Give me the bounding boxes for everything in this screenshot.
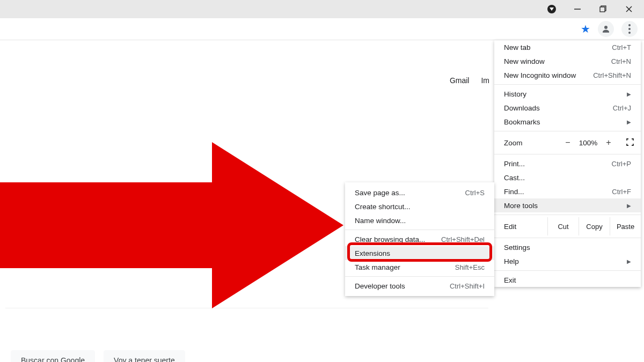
chevron-right-icon: ▶ (627, 258, 631, 264)
chrome-main-menu: New tabCtrl+T New windowCtrl+N New Incog… (494, 40, 641, 287)
menu-settings[interactable]: Settings (494, 240, 641, 254)
copy-button[interactable]: Copy (579, 217, 610, 235)
paste-button[interactable]: Paste (610, 217, 641, 235)
chrome-menu-button[interactable] (621, 21, 638, 37)
maximize-button[interactable] (598, 4, 609, 14)
profile-button[interactable] (598, 21, 614, 37)
close-button[interactable] (624, 4, 634, 14)
menu-history[interactable]: History▶ (494, 87, 641, 101)
submenu-extensions[interactable]: Extensions (345, 246, 494, 260)
menu-help[interactable]: Help▶ (494, 254, 641, 268)
menu-cast[interactable]: Cast... (494, 171, 641, 184)
menu-bookmarks[interactable]: Bookmarks▶ (494, 115, 641, 129)
minimize-button[interactable] (572, 4, 583, 14)
bookmark-star-icon[interactable]: ★ (581, 23, 590, 35)
google-search-button[interactable]: Buscar con Google (11, 350, 95, 362)
menu-more-tools[interactable]: More tools▶ (494, 198, 641, 212)
svg-point-5 (604, 26, 608, 29)
menu-downloads[interactable]: DownloadsCtrl+J (494, 101, 641, 115)
header-links: Gmail Im (450, 76, 489, 85)
browser-toolbar: ★ (0, 18, 644, 40)
zoom-out-button[interactable]: − (560, 138, 575, 147)
menu-print[interactable]: Print...Ctrl+P (494, 157, 641, 171)
cut-button[interactable]: Cut (547, 217, 579, 235)
menu-exit[interactable]: Exit (494, 273, 641, 287)
submenu-name-window[interactable]: Name window... (345, 213, 494, 227)
submenu-developer-tools[interactable]: Developer toolsCtrl+Shift+I (345, 279, 494, 293)
chevron-right-icon: ▶ (627, 203, 631, 209)
menu-new-tab[interactable]: New tabCtrl+T (494, 40, 641, 54)
more-tools-submenu: Save page as...Ctrl+S Create shortcut...… (345, 182, 494, 296)
images-link[interactable]: Im (481, 76, 489, 85)
svg-rect-2 (600, 7, 605, 12)
zoom-in-button[interactable]: + (601, 138, 616, 147)
submenu-task-manager[interactable]: Task managerShift+Esc (345, 260, 494, 274)
window-titlebar (0, 0, 644, 18)
gmail-link[interactable]: Gmail (450, 76, 470, 85)
chevron-right-icon: ▶ (627, 91, 631, 97)
edit-label: Edit (504, 223, 547, 231)
submenu-save-page[interactable]: Save page as...Ctrl+S (345, 186, 494, 200)
submenu-create-shortcut[interactable]: Create shortcut... (345, 200, 494, 213)
zoom-label: Zoom (504, 139, 560, 147)
chevron-right-icon: ▶ (627, 119, 631, 125)
fullscreen-icon[interactable] (626, 138, 634, 148)
menu-new-incognito[interactable]: New Incognito windowCtrl+Shift+N (494, 68, 641, 82)
menu-new-window[interactable]: New windowCtrl+N (494, 54, 641, 68)
menu-edit-row: Edit Cut Copy Paste (494, 217, 641, 235)
menu-zoom-row: Zoom − 100% + (494, 134, 641, 152)
submenu-clear-browsing-data[interactable]: Clear browsing data...Ctrl+Shift+Del (345, 232, 494, 246)
zoom-value: 100% (575, 139, 601, 147)
menu-find[interactable]: Find...Ctrl+F (494, 184, 641, 198)
app-dropdown-icon[interactable] (546, 4, 557, 14)
lucky-button[interactable]: Voy a tener suerte (104, 350, 185, 362)
